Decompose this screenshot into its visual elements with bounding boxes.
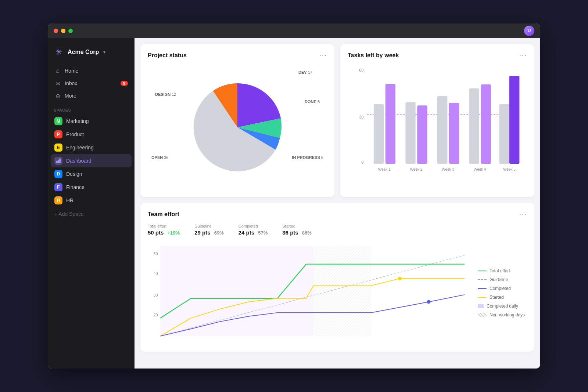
team-effort-card: Team effort ··· Total effort 50 pts +19%…	[140, 203, 534, 352]
svg-text:0: 0	[361, 160, 363, 164]
effort-chart-area: 50 40 30 20	[148, 242, 527, 344]
svg-text:60: 60	[359, 68, 363, 72]
sidebar-item-design[interactable]: D Design	[51, 167, 132, 181]
tasks-title: Tasks left by week	[348, 52, 399, 59]
legend-started-line	[478, 297, 487, 298]
project-status-more[interactable]: ···	[319, 51, 327, 59]
guideline-stat: Guideline 29 pts 69%	[194, 224, 224, 236]
tasks-by-week-card: Tasks left by week ··· 60 30 0	[340, 44, 534, 197]
dev-label: DEV 17	[298, 69, 312, 75]
svg-rect-16	[469, 88, 479, 164]
tasks-more[interactable]: ···	[519, 51, 527, 59]
product-label: Product	[66, 131, 84, 137]
legend-completed-label: Completed	[490, 286, 511, 291]
started-value: 36 pts 86%	[282, 229, 312, 236]
sidebar-item-dashboard[interactable]: Dashboard	[51, 154, 132, 167]
started-stat: Started 36 pts 86%	[282, 224, 312, 236]
completed-value: 24 pts 57%	[239, 229, 268, 236]
svg-rect-1	[58, 160, 59, 163]
logo-icon: ✳	[54, 47, 64, 57]
svg-text:Week 3: Week 3	[442, 167, 454, 171]
legend-nonworking: Non-working days	[478, 312, 527, 317]
maximize-button[interactable]	[68, 29, 73, 33]
svg-text:50: 50	[153, 251, 158, 256]
bar-chart: 60 30 0 Week 1	[348, 65, 527, 179]
svg-text:30: 30	[359, 115, 363, 119]
svg-rect-7	[374, 104, 384, 164]
total-effort-extra: +19%	[168, 230, 180, 236]
svg-text:20: 20	[153, 313, 158, 317]
user-avatar[interactable]: U	[524, 26, 534, 36]
chart-legend: Total effort Guideline Completed St	[472, 242, 527, 344]
svg-text:30: 30	[153, 293, 158, 297]
bar-chart-container: 60 30 0 Week 1	[348, 65, 527, 190]
total-effort-value: 50 pts +19%	[148, 229, 180, 236]
spaces-section-label: Spaces	[48, 102, 135, 115]
total-effort-stat: Total effort 50 pts +19%	[148, 224, 180, 236]
spaces-list: M Marketing P Product E Engineering	[48, 115, 135, 219]
titlebar: U	[48, 23, 540, 38]
minimize-button[interactable]	[61, 29, 65, 33]
sidebar-item-inbox[interactable]: ✉ Inbox 9	[51, 77, 132, 90]
started-extra: 86%	[302, 230, 312, 236]
inbox-icon: ✉	[54, 80, 61, 87]
project-status-title: Project status	[148, 52, 187, 59]
legend-guideline-label: Guideline	[490, 277, 508, 282]
effort-chart: 50 40 30 20	[148, 242, 472, 344]
add-space-label: + Add Space	[54, 211, 84, 217]
legend-guideline: Guideline	[478, 277, 527, 282]
sidebar-item-product[interactable]: P Product	[51, 128, 132, 141]
dashboard-icon-wrap	[54, 157, 62, 165]
completed-stat: Completed 24 pts 57%	[239, 224, 268, 236]
project-status-header: Project status ···	[148, 51, 327, 59]
main-content: Project status ···	[135, 38, 540, 369]
svg-text:Week 2: Week 2	[410, 167, 423, 171]
svg-rect-27	[313, 246, 371, 336]
dashboard-icon	[56, 158, 61, 163]
app-window: U ✳ Acme Corp ▾ ⌂ Home ✉ Inbox 9	[48, 23, 540, 369]
svg-rect-17	[481, 84, 491, 164]
close-button[interactable]	[54, 29, 58, 33]
legend-total-line	[478, 271, 487, 271]
svg-rect-8	[386, 84, 395, 164]
guideline-label: Guideline	[194, 224, 224, 228]
finance-avatar: F	[54, 183, 62, 191]
sidebar-item-finance[interactable]: F Finance	[51, 181, 132, 194]
sidebar-item-engineering[interactable]: E Engineering	[51, 141, 132, 154]
hr-label: HR	[66, 197, 74, 203]
legend-guideline-dash	[478, 279, 487, 280]
done-label: DONE 5	[305, 98, 320, 105]
home-icon: ⌂	[54, 68, 61, 74]
svg-rect-2	[59, 159, 61, 163]
legend-started-label: Started	[490, 295, 504, 300]
more-icon: ⊕	[54, 92, 61, 99]
design-avatar: D	[54, 170, 62, 178]
sidebar-item-more[interactable]: ⊕ More	[51, 90, 132, 102]
total-effort-label: Total effort	[148, 224, 180, 228]
sidebar-nav: ⌂ Home ✉ Inbox 9 ⊕ More	[48, 65, 135, 102]
effort-line-chart: 50 40 30 20	[148, 242, 472, 344]
legend-completed-line	[478, 288, 487, 289]
legend-nonworking-label: Non-working days	[490, 312, 525, 317]
team-effort-title: Team effort	[148, 211, 179, 218]
inbox-badge: 9	[121, 81, 128, 86]
svg-text:Week 5: Week 5	[503, 167, 516, 171]
in-progress-label: IN PROGRESS 5	[292, 154, 323, 160]
home-label: Home	[65, 68, 78, 74]
engineering-avatar: E	[54, 144, 62, 152]
add-space-button[interactable]: + Add Space	[51, 208, 132, 219]
team-effort-more[interactable]: ···	[519, 210, 527, 218]
company-header[interactable]: ✳ Acme Corp ▾	[48, 44, 135, 65]
finance-label: Finance	[66, 184, 85, 190]
completed-extra: 57%	[258, 230, 268, 236]
svg-rect-13	[437, 96, 447, 164]
sidebar-item-home[interactable]: ⌂ Home	[51, 65, 132, 77]
svg-rect-11	[417, 105, 427, 164]
asterisk-icon: ✳	[55, 47, 62, 57]
legend-completed-daily: Completed daily	[478, 304, 527, 309]
sidebar-item-marketing[interactable]: M Marketing	[51, 115, 132, 128]
sidebar-item-hr[interactable]: H HR	[51, 194, 132, 207]
pie-chart-container: DEV 17 DONE 5 IN PROGRESS 5 OPEN 36 DESI	[148, 65, 327, 190]
svg-rect-10	[405, 102, 415, 164]
app-body: ✳ Acme Corp ▾ ⌂ Home ✉ Inbox 9 ⊕ More	[48, 38, 540, 369]
